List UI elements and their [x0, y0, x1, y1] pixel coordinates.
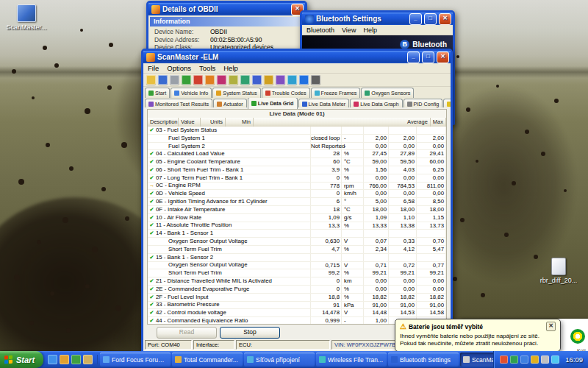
table-row[interactable]: ✔ 11 - Absolute Throttle Position 13,3 %…	[148, 222, 446, 230]
minimize-button[interactable]: _	[409, 13, 422, 25]
network-icon[interactable]	[520, 355, 528, 364]
details-titlebar[interactable]: Details of OBDII ✕	[148, 3, 305, 15]
table-row[interactable]: ✔ 15 - Bank 1 - Sensor 2	[148, 254, 446, 262]
ie-quicklaunch-icon[interactable]	[48, 355, 57, 364]
graph-icon[interactable]	[264, 75, 273, 85]
menu-item[interactable]: File	[148, 64, 159, 72]
tab[interactable]: Freeze Frames	[311, 88, 361, 98]
taskbar-window-button[interactable]: Bluetooth Settings	[388, 353, 459, 367]
read-button[interactable]: Read	[157, 327, 217, 339]
disconnect-icon[interactable]	[193, 75, 203, 85]
outlook-icon[interactable]	[83, 355, 93, 364]
desktop-icon-scanmaster[interactable]: ScanMaster...	[3, 4, 50, 31]
show-desktop-icon[interactable]	[60, 355, 69, 364]
column-header[interactable]: Value	[179, 118, 201, 127]
taskbar-window-button[interactable]: Síťová připojení	[244, 353, 315, 367]
tab[interactable]: Start	[145, 88, 170, 98]
table-row[interactable]: ✔ 05 - Engine Coolant Temperature 60 °C …	[148, 158, 446, 166]
meter-icon[interactable]	[252, 75, 262, 85]
table-row[interactable]: ✔ 21 - Distance Travelled While MIL is A…	[148, 277, 446, 286]
menu-item[interactable]: Tools	[199, 64, 215, 72]
taskbar-window-button[interactable]: Wireless File Tran...	[316, 353, 387, 367]
connect-icon[interactable]	[182, 75, 191, 85]
table-row[interactable]: Oxygen Sensor Output Voltage 0,630 V 0,0…	[148, 238, 446, 246]
display-icon[interactable]	[500, 355, 508, 364]
grid-icon[interactable]	[240, 75, 250, 85]
balloon-close-button[interactable]: ✕	[546, 322, 556, 331]
scanmaster-titlebar[interactable]: ScanMaster -ELM _ □ ✕	[143, 51, 451, 63]
close-button[interactable]: ✕	[437, 52, 449, 63]
column-header[interactable]: Description	[148, 118, 179, 127]
bluetooth-tray-icon[interactable]	[551, 355, 559, 364]
pid-average: 6,58	[389, 198, 417, 205]
pid-value: closed loop	[311, 135, 342, 142]
window-title: ScanMaster -ELM	[157, 53, 405, 61]
tab-label: System Status	[223, 90, 257, 96]
taskbar-clock[interactable]: 16:09	[562, 355, 583, 364]
table-row[interactable]: Short Term Fuel Trim 4,7 % 2,34 4,12 5,4…	[148, 246, 446, 254]
table-row[interactable]: Short Term Fuel Trim 99,2 % 99,21 99,21 …	[148, 269, 446, 277]
tab-icon	[148, 91, 154, 96]
table-row[interactable]: ✔ 42 - Control module voltage 14,478 V 1…	[148, 309, 446, 317]
table-row[interactable]: ✔ 33 - Barometric Pressure 91 kPa 91,00 …	[148, 302, 446, 310]
desktop-icon-rbr-diff[interactable]: rbr_diff_20...	[535, 258, 582, 284]
table-row[interactable]: ✔ 2E - Commanded Evaporative Purge 0 % 0…	[148, 286, 446, 294]
save-icon[interactable]	[158, 75, 168, 85]
menu-item[interactable]: Bluetooth	[306, 26, 334, 34]
table-row[interactable]: ✔ 03 - Fuel System Status	[148, 127, 446, 135]
clear-codes-icon[interactable]	[217, 75, 226, 85]
bluetooth-titlebar[interactable]: Bluetooth Settings _ □ ✕	[302, 13, 453, 25]
table-row[interactable]: Fuel System 1 closed loop - 2,00 2,00 2,…	[148, 135, 446, 143]
table-row[interactable]: Fuel System 2 Not Reported - 0,00 0,00 0…	[148, 143, 446, 151]
taskbar-window-button[interactable]: Total Commander...	[172, 353, 243, 367]
dtc-icon[interactable]	[276, 75, 285, 85]
tab[interactable]: Oxygen Sensors	[361, 88, 414, 98]
table-row[interactable]: Oxygen Sensor Output Voltage 0,715 V 0,7…	[148, 262, 446, 270]
table-row[interactable]: ✔ 04 - Calculated Load Value 28 % 27,45 …	[148, 150, 446, 158]
menu-item[interactable]: Help	[223, 64, 238, 72]
tab-icon	[216, 91, 221, 96]
column-header[interactable]: Min	[226, 118, 254, 127]
start-button[interactable]: Start	[0, 351, 43, 368]
pid-units: -	[342, 317, 364, 324]
column-header[interactable]: Average	[254, 118, 431, 127]
print-icon[interactable]	[170, 75, 179, 85]
menu-item[interactable]: Help	[363, 26, 377, 34]
tab[interactable]: Live Data Grid	[248, 98, 298, 109]
info-icon[interactable]	[287, 75, 297, 85]
table-row[interactable]: ✔ 10 - Air Flow Rate 1,09 g/s 1,09 1,10 …	[148, 214, 446, 222]
table-row[interactable]: ✔ 2F - Fuel Level Input 18,8 % 18,82 18,…	[148, 294, 446, 302]
read-codes-icon[interactable]	[205, 75, 215, 85]
tab[interactable]: Vehicle Info	[171, 88, 212, 98]
pid-max: 811,00	[417, 183, 446, 190]
media-player-icon[interactable]	[71, 355, 81, 364]
volume-icon[interactable]	[541, 355, 549, 364]
stop-button[interactable]: Stop	[220, 327, 280, 339]
table-row[interactable]: ✔ 06 - Short Term Fuel Trim - Bank 1 3,9…	[148, 166, 446, 174]
column-header[interactable]: Max	[431, 118, 446, 127]
tab[interactable]: System Status	[212, 88, 260, 98]
table-row[interactable]: ✔ 0E - Ignition Timing Advance for #1 Cy…	[148, 198, 446, 206]
maximize-button[interactable]: □	[422, 52, 434, 63]
help-icon[interactable]	[299, 75, 309, 85]
table-row[interactable]: → 0C - Engine RPM 778 rpm 766,00 784,53 …	[148, 183, 446, 191]
open-icon[interactable]	[146, 75, 156, 85]
table-row[interactable]: ✔ 0F - Intake Air Temperature 18 °C 18,0…	[148, 206, 446, 214]
table-row[interactable]: ✔ 07 - Long Term Fuel Trim - Bank 1 0 % …	[148, 174, 446, 183]
tab-label: Live Data Grid	[258, 100, 294, 107]
maximize-button[interactable]: □	[424, 13, 437, 25]
taskbar-window-button[interactable]: Ford Focus Forum...	[100, 353, 171, 367]
exit-icon[interactable]	[311, 75, 320, 85]
settings-icon[interactable]	[229, 75, 238, 85]
antivirus-icon[interactable]	[510, 355, 518, 364]
tab[interactable]: Trouble Codes	[262, 88, 310, 98]
table-row[interactable]: ✔ 0D - Vehicle Speed 0 km/h 0,00 0,00 0,…	[148, 190, 446, 198]
minimize-button[interactable]: _	[407, 52, 420, 63]
battery-warning-icon[interactable]	[531, 355, 539, 364]
menu-item[interactable]: View	[342, 26, 356, 34]
close-button[interactable]: ✕	[439, 13, 451, 25]
column-header[interactable]: Units	[201, 118, 226, 127]
taskbar-window-button[interactable]: ScanMaster-ELM	[460, 353, 493, 367]
table-row[interactable]: ✔ 14 - Bank 1 - Sensor 1	[148, 230, 446, 238]
menu-item[interactable]: Options	[167, 64, 191, 72]
